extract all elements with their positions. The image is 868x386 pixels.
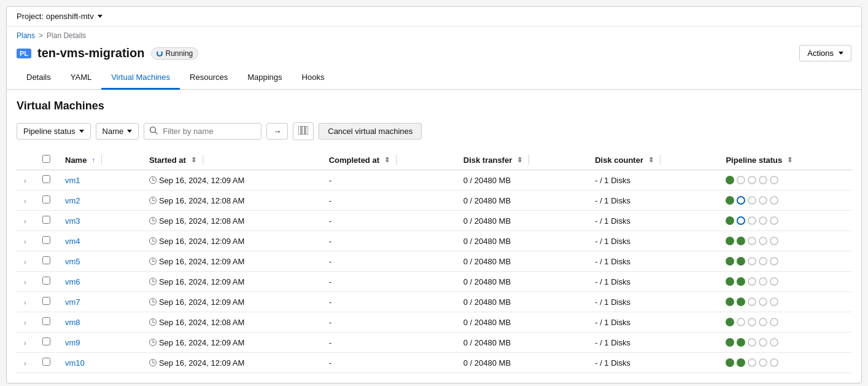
- expand-icon[interactable]: ›: [24, 238, 26, 245]
- pipeline-circle-icon: [770, 338, 778, 347]
- expand-icon[interactable]: ›: [24, 218, 26, 225]
- expand-icon[interactable]: ›: [24, 258, 26, 266]
- row-pipeline-vm6: [718, 272, 851, 292]
- row-checkbox-vm9[interactable]: [35, 333, 58, 353]
- pipeline-circle-icon: [748, 358, 756, 367]
- row-select-checkbox[interactable]: [42, 317, 50, 325]
- tab-yaml[interactable]: YAML: [61, 66, 101, 90]
- status-label: Running: [166, 49, 193, 58]
- vm-name-link[interactable]: vm5: [65, 257, 80, 266]
- row-checkbox-vm3[interactable]: [35, 211, 58, 231]
- row-expand-vm8[interactable]: ›: [17, 312, 35, 333]
- columns-toggle-button[interactable]: [293, 122, 314, 140]
- search-submit-button[interactable]: →: [266, 123, 288, 140]
- row-started-vm5: Sep 16, 2024, 12:09 AM: [142, 251, 322, 272]
- row-select-checkbox[interactable]: [42, 337, 50, 345]
- row-select-checkbox[interactable]: [42, 277, 50, 285]
- row-checkbox-vm1[interactable]: [35, 170, 58, 191]
- started-value: Sep 16, 2024, 12:09 AM: [159, 176, 245, 185]
- tab-mappings[interactable]: Mappings: [238, 66, 292, 90]
- actions-button[interactable]: Actions: [799, 45, 851, 61]
- pipeline-circle-icon: [726, 297, 734, 306]
- row-expand-vm10[interactable]: ›: [17, 353, 35, 373]
- clock-icon: [149, 278, 157, 285]
- vm-name-link[interactable]: vm10: [65, 358, 85, 368]
- row-select-checkbox[interactable]: [42, 256, 50, 264]
- running-spinner-icon: [157, 50, 163, 57]
- row-checkbox-vm4[interactable]: [35, 231, 58, 251]
- expand-icon[interactable]: ›: [24, 299, 26, 306]
- row-select-checkbox[interactable]: [42, 216, 50, 224]
- expand-icon[interactable]: ›: [24, 360, 26, 367]
- row-checkbox-vm7[interactable]: [35, 292, 58, 312]
- vm-name-link[interactable]: vm6: [65, 277, 80, 286]
- row-select-checkbox[interactable]: [42, 236, 50, 244]
- vm-name-link[interactable]: vm7: [65, 297, 80, 307]
- row-select-checkbox[interactable]: [42, 358, 50, 366]
- row-disk-transfer-vm10: 0 / 20480 MB: [456, 353, 587, 373]
- vm-name-link[interactable]: vm2: [65, 196, 80, 205]
- row-checkbox-vm6[interactable]: [35, 272, 58, 292]
- row-checkbox-vm8[interactable]: [35, 312, 58, 333]
- checkbox-header[interactable]: [35, 150, 58, 170]
- tab-hooks[interactable]: Hooks: [292, 66, 335, 90]
- row-expand-vm3[interactable]: ›: [17, 211, 35, 231]
- pipeline-filter-chevron-icon: [79, 130, 84, 133]
- vm-name-link[interactable]: vm4: [65, 237, 80, 246]
- tab-details[interactable]: Details: [17, 66, 61, 90]
- tab-virtual-machines[interactable]: Virtual Machines: [101, 66, 180, 90]
- row-disk-counter-vm10: - / 1 Disks: [587, 353, 718, 373]
- vm-name-link[interactable]: vm8: [65, 318, 80, 327]
- pipeline-circles: [726, 318, 844, 326]
- col-header-name[interactable]: Name ↑: [58, 150, 142, 170]
- pipeline-circle-icon: [737, 216, 745, 225]
- row-expand-vm5[interactable]: ›: [17, 251, 35, 272]
- row-name-vm2: vm2: [58, 191, 142, 211]
- breadcrumb-plans-link[interactable]: Plans: [17, 31, 35, 40]
- expand-icon[interactable]: ›: [24, 177, 26, 184]
- pipeline-circles: [726, 176, 844, 184]
- pipeline-circles: [726, 338, 844, 347]
- vm-name-link[interactable]: vm9: [65, 338, 80, 347]
- row-disk-counter-vm9: - / 1 Disks: [587, 333, 718, 353]
- row-expand-vm9[interactable]: ›: [17, 333, 35, 353]
- row-checkbox-vm5[interactable]: [35, 251, 58, 272]
- pipeline-status-filter[interactable]: Pipeline status: [17, 123, 91, 140]
- row-checkbox-vm10[interactable]: [35, 353, 58, 373]
- row-select-checkbox[interactable]: [42, 297, 50, 305]
- vm-name-link[interactable]: vm1: [65, 176, 80, 185]
- row-expand-vm4[interactable]: ›: [17, 231, 35, 251]
- pipeline-circle-icon: [748, 237, 756, 245]
- col-header-disk-transfer[interactable]: Disk transfer ⇕: [456, 150, 587, 170]
- name-filter[interactable]: Name: [96, 123, 139, 140]
- project-selector[interactable]: Project: openshift-mtv: [17, 12, 103, 21]
- select-all-checkbox[interactable]: [42, 155, 50, 163]
- top-bar: Project: openshift-mtv: [7, 7, 861, 26]
- search-input[interactable]: [163, 124, 261, 139]
- expand-icon[interactable]: ›: [24, 278, 26, 286]
- col-header-completed-at[interactable]: Completed at ⇕: [322, 150, 456, 170]
- pipeline-circle-icon: [770, 176, 778, 184]
- col-header-started-at[interactable]: Started at ⇕: [142, 150, 322, 170]
- row-pipeline-vm3: [718, 211, 851, 231]
- row-expand-vm7[interactable]: ›: [17, 292, 35, 312]
- started-sort-icon: ⇕: [191, 156, 196, 164]
- started-value: Sep 16, 2024, 12:09 AM: [159, 277, 245, 286]
- expand-icon[interactable]: ›: [24, 339, 26, 347]
- row-expand-vm1[interactable]: ›: [17, 170, 35, 191]
- pipeline-circle-icon: [759, 297, 767, 306]
- col-header-pipeline-status[interactable]: Pipeline status ⇕: [718, 150, 851, 170]
- tab-resources[interactable]: Resources: [180, 66, 238, 90]
- pipeline-circle-icon: [748, 297, 756, 306]
- row-expand-vm6[interactable]: ›: [17, 272, 35, 292]
- col-header-disk-counter[interactable]: Disk counter ⇕: [587, 150, 718, 170]
- row-expand-vm2[interactable]: ›: [17, 191, 35, 211]
- cancel-vms-button[interactable]: Cancel virtual machines: [319, 123, 422, 140]
- expand-icon[interactable]: ›: [24, 319, 26, 326]
- pipeline-circle-icon: [737, 338, 745, 347]
- row-select-checkbox[interactable]: [42, 195, 50, 203]
- expand-icon[interactable]: ›: [24, 197, 26, 205]
- row-select-checkbox[interactable]: [42, 175, 50, 183]
- row-checkbox-vm2[interactable]: [35, 191, 58, 211]
- vm-name-link[interactable]: vm3: [65, 216, 80, 226]
